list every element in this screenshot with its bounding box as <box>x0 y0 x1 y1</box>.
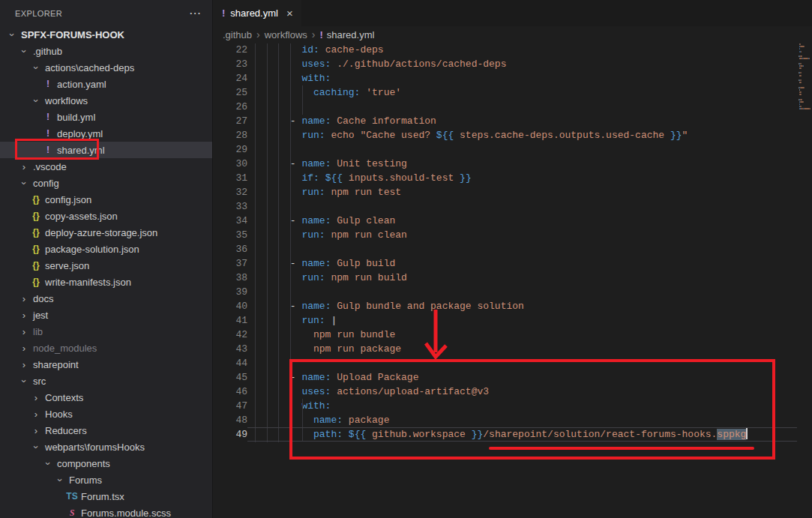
minimap-mark <box>799 43 801 45</box>
code-token: Gulp bundle and package solution <box>331 301 523 312</box>
chevron-right-icon: › <box>18 293 30 304</box>
tree-item-hooks[interactable]: ›Hooks <box>0 406 212 422</box>
minimap-mark <box>800 55 803 57</box>
tree-item-docs[interactable]: ›docs <box>0 290 212 307</box>
tree-item-label: package-solution.json <box>45 244 139 255</box>
line-text: run: echo "Cache used? ${{ steps.cache-d… <box>255 130 688 141</box>
tree-item-deploy-azure-storage-json[interactable]: {}deploy-azure-storage.json <box>0 224 212 241</box>
indent-guide <box>290 43 291 442</box>
chevron-right-icon: › <box>18 343 30 354</box>
tree-item-label: config <box>33 178 59 189</box>
tab-shared-yml[interactable]: ! shared.yml × <box>214 0 301 26</box>
tree-item-components[interactable]: ›components <box>0 455 212 472</box>
minimap-mark <box>800 101 804 103</box>
tree-item-contexts[interactable]: ›Contexts <box>0 389 212 406</box>
line-number: 32 <box>222 185 247 199</box>
line-number: 33 <box>222 199 247 214</box>
tree-item-shared-yml[interactable]: !shared.yml <box>0 142 212 158</box>
code-token: | <box>325 315 337 326</box>
tree-item-write-manifests-json[interactable]: {}write-manifests.json <box>0 274 212 290</box>
code-token: caching: <box>255 87 360 98</box>
minimap[interactable] <box>797 30 812 518</box>
chevron-right-icon: › <box>18 161 30 172</box>
tree-item-lib[interactable]: ›lib <box>0 323 212 340</box>
tree-item-label: config.json <box>45 194 91 205</box>
tree-item-config-json[interactable]: {}config.json <box>0 191 212 208</box>
chevron-right-icon: › <box>18 326 30 337</box>
code-line-24: 24 with: <box>214 71 797 85</box>
code-line-31: 31 if: ${{ inputs.should-test }} <box>214 171 797 185</box>
tree-item--github[interactable]: ›.github <box>0 43 212 59</box>
tree-item-jest[interactable]: ›jest <box>0 307 212 323</box>
line-number: 36 <box>222 242 247 256</box>
yaml-file-icon: ! <box>42 128 54 139</box>
code-token: name: <box>301 215 331 226</box>
line-number: 43 <box>222 342 247 356</box>
line-number: 29 <box>222 142 247 157</box>
tree-item-forums[interactable]: ›Forums <box>0 472 212 488</box>
code-line-40: 40 - name: Gulp bundle and package solut… <box>214 299 797 313</box>
chevron-right-icon: › <box>18 310 30 321</box>
line-number: 41 <box>222 313 247 328</box>
code-token: }} <box>670 130 682 141</box>
line-number: 39 <box>222 285 247 299</box>
code-line-32: 32 run: npm run test <box>214 185 797 199</box>
code-line-25: 25 caching: 'true' <box>214 85 797 100</box>
minimap-mark <box>804 108 810 109</box>
code-editor[interactable]: 22 id: cache-deps23 uses: ./.github/acti… <box>214 43 797 518</box>
tree-item-spfx-forums-hook[interactable]: ›SPFX-FORUMS-HOOK <box>0 26 212 43</box>
code-token: Cache information <box>331 115 436 127</box>
tree-item-package-solution-json[interactable]: {}package-solution.json <box>0 241 212 257</box>
code-token: steps.cache-deps.outputs.used-cache <box>454 130 670 141</box>
tree-item-sharepoint[interactable]: ›sharepoint <box>0 356 212 373</box>
tree-item-serve-json[interactable]: {}serve.json <box>0 257 212 274</box>
tree-item-src[interactable]: ›src <box>0 373 212 389</box>
code-token: " <box>682 130 688 141</box>
code-token: npm run build <box>325 272 407 283</box>
code-token: npm run package <box>255 343 401 355</box>
explorer-header: EXPLORER ⋯ <box>0 0 212 26</box>
tree-item-action-yaml[interactable]: !action.yaml <box>0 76 212 92</box>
code-line-38: 38 run: npm run build <box>214 271 797 285</box>
json-file-icon: {} <box>30 277 42 287</box>
breadcrumb-item-workflows[interactable]: workflows <box>265 29 307 40</box>
tree-item-deploy-yml[interactable]: !deploy.yml <box>0 125 212 142</box>
code-line-28: 28 run: echo "Cache used? ${{ steps.cach… <box>214 128 797 142</box>
tree-item-label: webparts\forumsHooks <box>45 442 145 453</box>
tree-item-forums-module-scss[interactable]: SForums.module.scss <box>0 505 212 518</box>
line-text: id: cache-deps <box>255 44 384 55</box>
minimap-mark <box>799 94 802 95</box>
chevron-down-icon: › <box>19 177 30 189</box>
close-tab-icon[interactable]: × <box>286 7 293 19</box>
line-text: - name: Gulp clean <box>255 215 395 226</box>
tree-item-workflows[interactable]: ›workflows <box>0 92 212 109</box>
tree-item-node-modules[interactable]: ›node_modules <box>0 340 212 356</box>
tree-item--vscode[interactable]: ›.vscode <box>0 158 212 175</box>
tree-item-label: Hooks <box>45 409 73 420</box>
tree-item-label: .github <box>33 46 62 57</box>
tree-item-forum-tsx[interactable]: TSForum.tsx <box>0 488 212 505</box>
more-actions-icon[interactable]: ⋯ <box>189 6 202 20</box>
tree-item-label: jest <box>33 310 48 321</box>
code-line-45: 45 - name: Upload Package <box>214 370 797 385</box>
json-file-icon: {} <box>30 211 42 221</box>
tree-item-reducers[interactable]: ›Reducers <box>0 422 212 439</box>
tab-bar: ! shared.yml × <box>214 0 812 26</box>
tree-item-config[interactable]: ›config <box>0 175 212 191</box>
line-number: 42 <box>222 328 247 342</box>
breadcrumb-item--github[interactable]: .github <box>223 29 252 40</box>
line-number: 24 <box>222 71 247 85</box>
tree-item-build-yml[interactable]: !build.yml <box>0 109 212 125</box>
tree-item-label: build.yml <box>57 112 95 123</box>
minimap-mark <box>810 108 811 109</box>
line-text: - name: Upload Package <box>255 372 418 383</box>
tree-item-actions-cached-deps[interactable]: ›actions\cached-deps <box>0 59 212 76</box>
tree-item-label: deploy-azure-storage.json <box>45 227 157 238</box>
tree-item-copy-assets-json[interactable]: {}copy-assets.json <box>0 208 212 224</box>
code-token: Unit testing <box>331 158 406 169</box>
code-line-26: 26 <box>214 100 797 114</box>
tree-item-webparts-forumshooks[interactable]: ›webparts\forumsHooks <box>0 439 212 455</box>
indent-guide <box>278 43 279 442</box>
tree-item-label: write-manifests.json <box>45 277 131 288</box>
breadcrumb-item-shared-yml[interactable]: shared.yml <box>327 29 375 40</box>
